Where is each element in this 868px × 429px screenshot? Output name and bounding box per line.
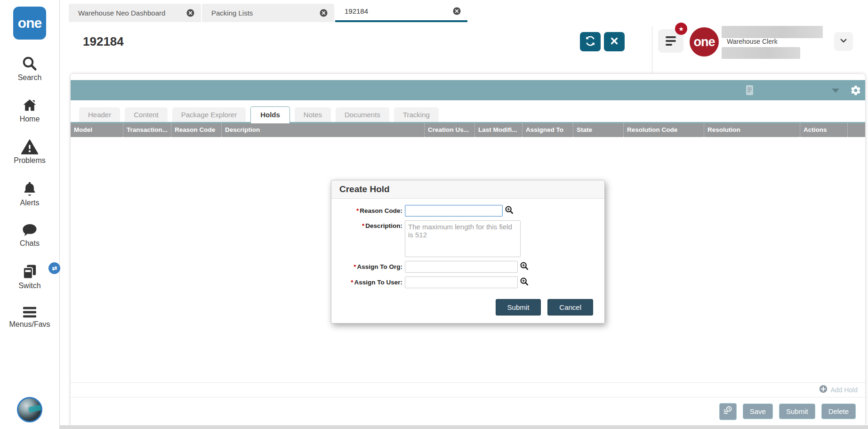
redacted-user-org	[722, 47, 800, 59]
add-hold-button[interactable]: Add Hold	[819, 385, 858, 395]
tab-close-icon[interactable]	[453, 7, 461, 15]
hamburger-icon	[22, 306, 38, 319]
sidebar-item-chats[interactable]: Chats	[20, 223, 40, 248]
reason-code-row: *Reason Code:	[341, 205, 595, 217]
sidebar-item-label: Alerts	[20, 199, 40, 207]
close-icon	[610, 36, 619, 47]
add-hold-label: Add Hold	[830, 386, 858, 394]
column-header-resolution-code[interactable]: Resolution Code	[623, 123, 704, 137]
column-header-assigned-to[interactable]: Assigned To	[522, 123, 573, 137]
holds-table-header: Model Transaction... Reason Code Descrip…	[71, 123, 865, 137]
home-icon	[21, 97, 38, 113]
sidebar-item-alerts[interactable]: Alerts	[20, 180, 40, 207]
detail-tabs: Header Content Package Explorer Holds No…	[71, 100, 865, 123]
column-header-filler	[847, 123, 865, 137]
tab-warehouse-neo-dashboard[interactable]: Warehouse Neo Dashboard	[69, 4, 201, 22]
switch-windows-icon	[21, 263, 39, 280]
gear-icon[interactable]	[850, 85, 861, 98]
bell-icon	[22, 180, 38, 197]
sidebar-item-menus-favs[interactable]: Menus/Favs	[9, 306, 50, 329]
panel-toolbar	[71, 80, 865, 100]
submit-button[interactable]: Submit	[779, 404, 815, 419]
sidebar-item-switch[interactable]: ⇄ Switch	[18, 263, 40, 290]
window-bottom-edge	[0, 425, 868, 429]
record-action-bar: Save Submit Delete	[71, 397, 865, 425]
tab-header[interactable]: Header	[79, 107, 120, 122]
chevron-down-icon	[839, 36, 848, 47]
tab-notes[interactable]: Notes	[295, 107, 331, 122]
chevron-down-icon[interactable]	[832, 89, 839, 93]
sidebar-item-home[interactable]: Home	[20, 97, 40, 123]
search-icon	[21, 55, 38, 72]
tab-content[interactable]: Content	[125, 107, 168, 122]
tab-192184[interactable]: 192184	[335, 2, 467, 22]
column-header-creation-user[interactable]: Creation Us...	[424, 123, 474, 137]
sidebar-item-search[interactable]: Search	[18, 55, 42, 82]
column-header-resolution[interactable]: Resolution	[704, 123, 800, 137]
document-icon[interactable]	[745, 84, 755, 98]
user-menu-chevron-button[interactable]	[834, 32, 853, 51]
column-header-description[interactable]: Description	[221, 123, 424, 137]
sidebar-item-problems[interactable]: Problems	[14, 139, 46, 165]
history-button[interactable]	[719, 403, 737, 420]
dialog-header: Create Hold	[331, 180, 604, 199]
column-header-actions[interactable]: Actions	[800, 123, 847, 137]
one-logo-red[interactable]: one	[690, 27, 719, 57]
add-hold-row: Add Hold	[71, 382, 865, 397]
card-top-padding	[71, 74, 865, 80]
description-textarea[interactable]	[405, 220, 521, 257]
one-logo-text: one	[693, 35, 715, 49]
column-header-model[interactable]: Model	[71, 123, 123, 137]
refresh-button[interactable]	[580, 32, 601, 51]
delete-button[interactable]: Delete	[821, 404, 856, 419]
sidebar-item-label: Home	[20, 115, 40, 123]
add-icon	[819, 385, 828, 395]
description-label: *Description:	[341, 220, 405, 229]
page-header: 192184 ★ one Warehouse Clerk	[64, 22, 868, 74]
reason-code-label: *Reason Code:	[341, 207, 405, 214]
column-header-state[interactable]: State	[573, 123, 623, 137]
bottom-avatar[interactable]	[17, 397, 42, 422]
reason-code-input[interactable]	[405, 205, 503, 217]
swap-arrows-icon[interactable]: ⇄	[48, 262, 60, 274]
dialog-submit-button[interactable]: Submit	[496, 299, 541, 316]
dialog-buttons: Submit Cancel	[331, 293, 604, 323]
tab-tracking[interactable]: Tracking	[394, 107, 439, 122]
chat-bubble-icon	[21, 223, 38, 238]
lookup-icon[interactable]	[505, 205, 514, 217]
tab-holds[interactable]: Holds	[250, 106, 290, 123]
lookup-icon[interactable]	[520, 261, 529, 273]
star-badge-icon: ★	[675, 23, 687, 35]
tab-packing-lists[interactable]: Packing Lists	[202, 4, 334, 22]
create-hold-dialog: Create Hold *Reason Code: *Description: …	[331, 180, 605, 324]
tab-package-explorer[interactable]: Package Explorer	[172, 107, 246, 122]
column-header-last-modified[interactable]: Last Modifi...	[474, 123, 522, 137]
column-header-transaction[interactable]: Transaction...	[123, 123, 171, 137]
column-header-reason-code[interactable]: Reason Code	[171, 123, 221, 137]
tab-label: 192184	[345, 7, 453, 15]
dialog-title: Create Hold	[339, 184, 390, 194]
assign-to-user-input[interactable]	[405, 276, 518, 288]
lookup-icon[interactable]	[520, 277, 529, 288]
sidebar-item-label: Switch	[18, 282, 40, 290]
assign-to-user-label: *Assign To User:	[341, 279, 405, 286]
page-title: 192184	[83, 34, 124, 49]
dialog-cancel-button[interactable]: Cancel	[547, 299, 593, 316]
tab-close-icon[interactable]	[320, 9, 328, 17]
assign-to-org-row: *Assign To Org:	[341, 261, 595, 273]
sidebar-item-label: Search	[18, 73, 42, 82]
user-role-label: Warehouse Clerk	[727, 38, 778, 45]
tab-documents[interactable]: Documents	[336, 107, 389, 122]
refresh-icon	[584, 35, 596, 49]
warning-triangle-icon	[21, 139, 39, 155]
left-sidebar: one Search Home Problems Alerts Chats	[0, 0, 60, 429]
assign-to-org-input[interactable]	[405, 261, 518, 273]
tab-close-icon[interactable]	[186, 9, 194, 17]
dialog-body: *Reason Code: *Description: *Assign To O…	[331, 199, 604, 293]
header-divider	[652, 26, 652, 73]
close-record-button[interactable]	[604, 32, 625, 51]
save-button[interactable]: Save	[743, 404, 773, 419]
one-logo-blue[interactable]: one	[13, 7, 46, 40]
tab-label: Warehouse Neo Dashboard	[78, 9, 186, 17]
sidebar-item-label: Chats	[20, 239, 40, 248]
